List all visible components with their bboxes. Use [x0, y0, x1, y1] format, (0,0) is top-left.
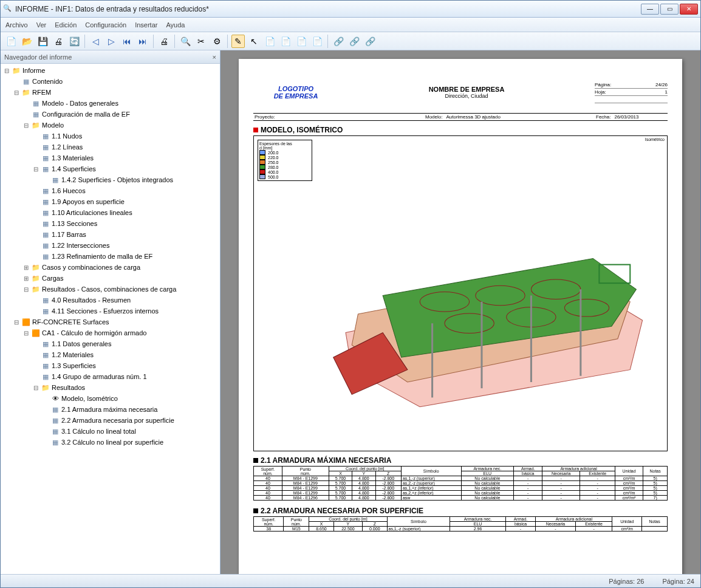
- doc1-icon[interactable]: 📄: [263, 35, 276, 48]
- isometric-model: [309, 209, 655, 431]
- close-button[interactable]: ✕: [680, 4, 698, 15]
- iso-label: Isométrico: [645, 137, 665, 142]
- link3-icon[interactable]: 🔗: [363, 35, 377, 48]
- rewind-icon[interactable]: ⏮: [120, 35, 134, 48]
- tree-cfe[interactable]: ▦Configuración de malla de EF: [1, 109, 220, 120]
- find-icon[interactable]: 🔍: [179, 35, 192, 48]
- tree-m122[interactable]: ▦1.22 Intersecciones: [1, 240, 220, 251]
- new-icon[interactable]: 📄: [4, 35, 18, 48]
- tree-c14[interactable]: ▦1.4 Grupo de armaduras núm. 1: [1, 371, 220, 382]
- tree-c32[interactable]: ▦3.2 Cálculo no lineal por superficie: [1, 437, 220, 448]
- section-21-title: 2.1 ARMADURA MÁXIMA NECESARIA: [253, 456, 668, 465]
- tree-c31[interactable]: ▦3.1 Cálculo no lineal total: [1, 426, 220, 437]
- tree-rfconc[interactable]: ⊟🟧RF-CONCRETE Surfaces: [1, 316, 220, 327]
- open-icon[interactable]: 📂: [20, 35, 33, 48]
- navigator-panel: Navegador del informe × ⊟📁Informe ▦Conte…: [1, 50, 221, 574]
- menu-ayuda[interactable]: Ayuda: [166, 21, 185, 29]
- tree-c13[interactable]: ▦1.3 Superficies: [1, 360, 220, 371]
- toolbar: 📄 📂 💾 🖨 🔄 ◁ ▷ ⏮ ⏭ 🖨 🔍 ✂ ⚙ ✎ ↖ 📄 📄 📄 📄 🔗 …: [1, 32, 700, 50]
- tree-m19[interactable]: ▦1.9 Apoyos en superficie: [1, 196, 220, 207]
- tree-m113[interactable]: ▦1.13 Secciones: [1, 218, 220, 229]
- black-square-icon: [253, 458, 258, 463]
- doc4-icon[interactable]: 📄: [310, 35, 324, 48]
- body: Navegador del informe × ⊟📁Informe ▦Conte…: [1, 50, 700, 574]
- tree-m110[interactable]: ▦1.10 Articulaciones lineales: [1, 207, 220, 218]
- tree-m142[interactable]: ▦1.4.2 Superficies - Objetos integrados: [1, 174, 220, 185]
- menu-configuracion[interactable]: Configuración: [85, 21, 126, 29]
- tree-modelo[interactable]: ⊟📁Modelo: [1, 120, 220, 131]
- tree-cmiso[interactable]: 👁Modelo, Isométrico: [1, 393, 220, 404]
- separator: [153, 35, 154, 48]
- report-tree[interactable]: ⊟📁Informe ▦Contenido ⊟📁RFEM ▦Modelo - Da…: [1, 64, 220, 574]
- page-subheader: Proyecto: Modelo:Autorimessa 3D ajustado…: [253, 114, 668, 121]
- table-21: Superf.núm.Puntonúm.Coord. del punto [m]…: [253, 466, 668, 501]
- section-model-title: MODELO, ISOMÉTRICO: [253, 126, 668, 134]
- tree-m11[interactable]: ▦1.1 Nudos: [1, 131, 220, 142]
- menu-archivo[interactable]: Archivo: [5, 21, 28, 29]
- maximize-button[interactable]: ▭: [660, 4, 679, 15]
- tree-root[interactable]: ⊟📁Informe: [1, 65, 220, 76]
- minimize-button[interactable]: —: [641, 4, 659, 15]
- thickness-legend: Espesores de las d [mm] 200.0220.0250.02…: [258, 140, 312, 181]
- page-meta: Página:24/26 Hoja:1: [595, 81, 668, 103]
- prev-icon[interactable]: ▷: [104, 35, 118, 48]
- tree-r40[interactable]: ▦4.0 Resultados - Resumen: [1, 295, 220, 306]
- statusbar: Páginas: 26 Página: 24: [1, 574, 700, 587]
- tree-mdg[interactable]: ▦Modelo - Datos generales: [1, 98, 220, 109]
- tree-c11[interactable]: ▦1.1 Datos generales: [1, 338, 220, 349]
- tree-m12[interactable]: ▦1.2 Líneas: [1, 142, 220, 152]
- black-square-icon: [253, 508, 258, 513]
- menu-ver[interactable]: Ver: [36, 21, 47, 29]
- section-22-title: 2.2 ARMADURA NECESARIA POR SUPERFICIE: [253, 507, 668, 515]
- first-icon[interactable]: ◁: [89, 35, 102, 48]
- app-window: 🔍 INFORME - INF1: Datos de entrada y res…: [0, 0, 701, 588]
- menu-insertar[interactable]: Insertar: [135, 21, 157, 29]
- navigator-close-icon[interactable]: ×: [213, 53, 216, 61]
- link2-icon[interactable]: 🔗: [347, 35, 361, 48]
- select-icon[interactable]: ✎: [231, 35, 245, 48]
- table-22: Superf.núm.Puntonúm.Coord. del punto [m]…: [253, 516, 668, 532]
- tree-contenido[interactable]: ▦Contenido: [1, 76, 220, 87]
- tree-ccc[interactable]: ⊞📁Casos y combinaciones de carga: [1, 262, 220, 273]
- report-page: LOGOTIPO DE EMPRESA NOMBRE DE EMPRESA Di…: [239, 59, 682, 574]
- forward-icon[interactable]: ⏭: [136, 35, 149, 48]
- refresh-icon[interactable]: 🔄: [67, 35, 81, 48]
- tree-m13[interactable]: ▦1.3 Materiales: [1, 152, 220, 163]
- navigator-header: Navegador del informe ×: [1, 50, 220, 64]
- menubar: Archivo Ver Edición Configuración Insert…: [1, 18, 700, 32]
- tree-m117[interactable]: ▦1.17 Barras: [1, 229, 220, 240]
- menu-edicion[interactable]: Edición: [55, 21, 77, 29]
- navigator-title: Navegador del informe: [4, 53, 72, 61]
- tree-m14[interactable]: ⊟▦1.4 Superficies: [1, 163, 220, 174]
- titlebar: 🔍 INFORME - INF1: Datos de entrada y res…: [1, 1, 700, 18]
- module-icon: 🟧: [21, 317, 31, 327]
- tree-cargas[interactable]: ⊞📁Cargas: [1, 273, 220, 284]
- tree-res[interactable]: ⊟📁Resultados - Casos, combinaciones de c…: [1, 284, 220, 295]
- link1-icon[interactable]: 🔗: [332, 35, 345, 48]
- separator: [174, 35, 175, 48]
- gear-icon[interactable]: ⚙: [210, 35, 224, 48]
- cut-icon[interactable]: ✂: [194, 35, 208, 48]
- tree-r411[interactable]: ▦4.11 Secciones - Esfuerzos internos: [1, 306, 220, 316]
- separator: [327, 35, 328, 48]
- document-area[interactable]: LOGOTIPO DE EMPRESA NOMBRE DE EMPRESA Di…: [221, 50, 700, 574]
- tree-ca1[interactable]: ⊟🟧CA1 - Cálculo de hormigón armado: [1, 327, 220, 338]
- red-square-icon: [253, 128, 258, 132]
- tree-c22[interactable]: ▦2.2 Armadura necesaria por superficie: [1, 415, 220, 426]
- print-icon[interactable]: 🖨: [52, 35, 65, 48]
- company-block: NOMBRE DE EMPRESA Dirección, Ciudad: [338, 86, 595, 99]
- model-view: Isométrico Espesores de las d [mm] 200.0…: [253, 135, 668, 451]
- doc2-icon[interactable]: 📄: [279, 35, 292, 48]
- status-page-current: Página: 24: [662, 578, 694, 585]
- doc3-icon[interactable]: 📄: [295, 35, 308, 48]
- tree-m123[interactable]: ▦1.23 Refinamiento de malla de EF: [1, 251, 220, 262]
- tree-cres[interactable]: ⊟📁Resultados: [1, 382, 220, 393]
- tree-m16[interactable]: ▦1.6 Huecos: [1, 185, 220, 196]
- print2-icon[interactable]: 🖨: [157, 35, 171, 48]
- pointer-icon[interactable]: ↖: [247, 35, 261, 48]
- save-icon[interactable]: 💾: [36, 35, 49, 48]
- tree-c21[interactable]: ▦2.1 Armadura máxima necesaria: [1, 404, 220, 415]
- tree-rfem[interactable]: ⊟📁RFEM: [1, 87, 220, 98]
- tree-c12[interactable]: ▦1.2 Materiales: [1, 349, 220, 360]
- company-logo: LOGOTIPO DE EMPRESA: [253, 85, 338, 100]
